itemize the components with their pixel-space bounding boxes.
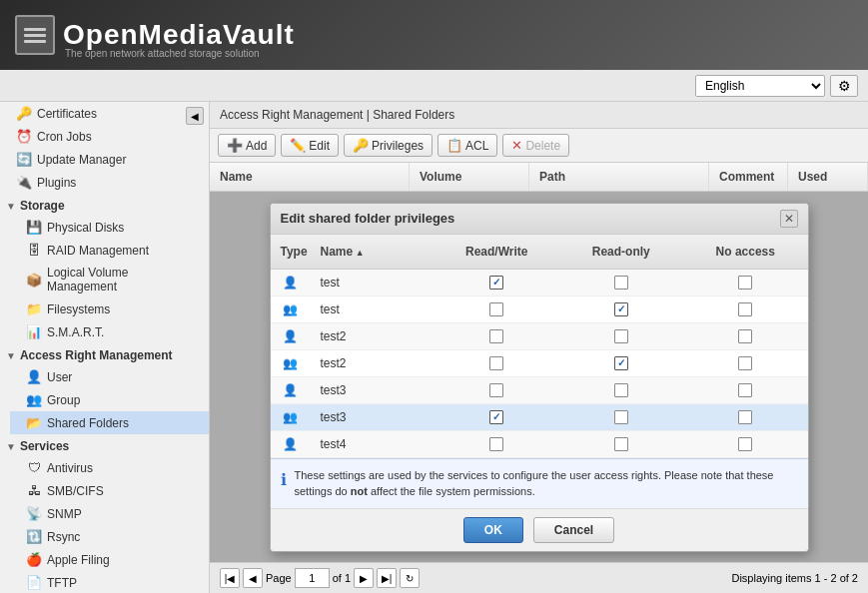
col-used: Used — [788, 163, 868, 191]
sidebar-group-label: Access Right Management — [20, 348, 173, 362]
na-checkbox[interactable] — [738, 276, 752, 290]
page-input[interactable] — [295, 568, 330, 588]
na-checkbox[interactable] — [738, 356, 752, 370]
modal-col-name[interactable]: Name — [311, 241, 435, 263]
sidebar-item-lvm[interactable]: 📦 Logical Volume Management — [10, 262, 209, 297]
edit-button[interactable]: ✏️ Edit — [281, 134, 339, 157]
modal-close-button[interactable]: ✕ — [780, 210, 798, 228]
na-checkbox[interactable] — [738, 329, 752, 343]
add-button[interactable]: ➕ Add — [218, 134, 276, 157]
ro-checkbox[interactable] — [614, 302, 628, 316]
next-page-button[interactable]: ▶ — [354, 568, 374, 588]
sidebar-collapse-button[interactable]: ◀ — [186, 107, 204, 125]
na-checkbox[interactable] — [738, 437, 752, 451]
sidebar-item-user[interactable]: 👤 User — [10, 365, 209, 388]
modal-td-na[interactable] — [683, 270, 808, 296]
sidebar-item-shared-folders[interactable]: 📂 Shared Folders — [10, 411, 209, 434]
rw-checkbox[interactable] — [489, 329, 503, 343]
ok-button[interactable]: OK — [463, 517, 523, 543]
modal-col-type: Type — [271, 241, 311, 263]
modal-td-type: 👥 — [271, 404, 311, 430]
antivirus-icon: 🛡 — [26, 460, 42, 475]
rw-checkbox[interactable] — [489, 437, 503, 451]
prev-page-button[interactable]: ◀ — [243, 568, 263, 588]
sidebar-group-services[interactable]: ▼ Services — [0, 434, 209, 456]
sidebar-item-plugins[interactable]: 🔌 Plugins — [0, 171, 209, 194]
sidebar-group-access-right[interactable]: ▼ Access Right Management — [0, 343, 209, 365]
modal-td-na[interactable] — [683, 323, 808, 349]
refresh-button[interactable]: ↻ — [400, 568, 420, 588]
modal-td-na[interactable] — [683, 350, 808, 376]
modal-td-name: test — [311, 270, 435, 296]
sidebar-item-label: Logical Volume Management — [47, 266, 201, 294]
modal-td-na[interactable] — [683, 377, 808, 403]
na-checkbox[interactable] — [738, 410, 752, 424]
modal-td-na[interactable] — [683, 431, 808, 457]
modal-td-rw[interactable] — [434, 296, 559, 322]
sidebar-item-antivirus[interactable]: 🛡 Antivirus — [10, 456, 209, 479]
ro-checkbox[interactable] — [614, 276, 628, 290]
modal-td-ro[interactable] — [559, 431, 684, 457]
sidebar-item-certificates[interactable]: 🔑 Certificates — [0, 102, 209, 125]
ro-checkbox[interactable] — [614, 383, 628, 397]
modal-td-ro[interactable] — [559, 350, 684, 376]
info-bar: ℹ These settings are used by the service… — [271, 458, 808, 508]
modal-td-rw[interactable] — [434, 431, 559, 457]
ro-checkbox[interactable] — [614, 437, 628, 451]
gear-button[interactable]: ⚙ — [830, 75, 858, 97]
rw-checkbox[interactable] — [489, 276, 503, 290]
logo-text: OpenMediaVault — [63, 19, 295, 51]
sidebar-item-snmp[interactable]: 📡 SNMP — [10, 502, 209, 525]
na-checkbox[interactable] — [738, 383, 752, 397]
modal-td-ro[interactable] — [559, 323, 684, 349]
sidebar-item-apple-filing[interactable]: 🍎 Apple Filing — [10, 548, 209, 571]
privileges-button[interactable]: 🔑 Privileges — [344, 134, 433, 157]
sidebar-item-rsync[interactable]: 🔃 Rsync — [10, 525, 209, 548]
modal-td-ro[interactable] — [559, 296, 684, 322]
modal-td-ro[interactable] — [559, 404, 684, 430]
modal-td-rw[interactable] — [434, 323, 559, 349]
modal-td-ro[interactable] — [559, 377, 684, 403]
ro-checkbox[interactable] — [614, 329, 628, 343]
first-page-button[interactable]: |◀ — [220, 568, 240, 588]
ro-checkbox[interactable] — [614, 356, 628, 370]
modal-td-rw[interactable] — [434, 377, 559, 403]
sidebar-item-physical-disks[interactable]: 💾 Physical Disks — [10, 216, 209, 239]
rw-checkbox[interactable] — [489, 383, 503, 397]
acl-button[interactable]: 📋 ACL — [437, 134, 497, 157]
modal-td-ro[interactable] — [559, 270, 684, 296]
cancel-button[interactable]: Cancel — [533, 517, 614, 543]
info-text: These settings are used by the services … — [295, 467, 798, 500]
delete-button[interactable]: ✕ Delete — [502, 134, 569, 157]
toolbar: ➕ Add ✏️ Edit 🔑 Privileges 📋 ACL ✕ Delet… — [210, 129, 868, 163]
modal-td-na[interactable] — [683, 404, 808, 430]
sidebar-item-label: Certificates — [37, 107, 97, 121]
sidebar-item-smart[interactable]: 📊 S.M.A.R.T. — [10, 320, 209, 343]
logo: OpenMediaVault The open network attached… — [15, 15, 295, 55]
rw-checkbox[interactable] — [489, 356, 503, 370]
modal-td-rw[interactable] — [434, 404, 559, 430]
sidebar-item-cron-jobs[interactable]: ⏰ Cron Jobs — [0, 125, 209, 148]
folder-icon: 📂 — [26, 415, 42, 430]
sidebar-item-update-manager[interactable]: 🔄 Update Manager — [0, 148, 209, 171]
modal-col-ro: Read-only — [559, 241, 684, 263]
sidebar-group-storage[interactable]: ▼ Storage — [0, 194, 209, 216]
topbar: English Deutsch ⚙ — [0, 70, 868, 102]
edit-icon: ✏️ — [290, 138, 306, 153]
last-page-button[interactable]: ▶| — [377, 568, 397, 588]
rw-checkbox[interactable] — [489, 302, 503, 316]
sidebar-item-raid[interactable]: 🗄 RAID Management — [10, 239, 209, 262]
sidebar-item-label: Physical Disks — [47, 221, 124, 235]
sidebar-item-tftp[interactable]: 📄 TFTP — [10, 571, 209, 593]
ro-checkbox[interactable] — [614, 410, 628, 424]
modal-td-rw[interactable] — [434, 350, 559, 376]
modal-td-na[interactable] — [683, 296, 808, 322]
modal-td-rw[interactable] — [434, 270, 559, 296]
rw-checkbox[interactable] — [489, 410, 503, 424]
sidebar-item-smb[interactable]: 🖧 SMB/CIFS — [10, 479, 209, 502]
language-select[interactable]: English Deutsch — [695, 75, 825, 97]
na-checkbox[interactable] — [738, 302, 752, 316]
sidebar-item-group[interactable]: 👥 Group — [10, 388, 209, 411]
sidebar-item-filesystems[interactable]: 📁 Filesystems — [10, 297, 209, 320]
page-label: Page — [266, 572, 292, 584]
